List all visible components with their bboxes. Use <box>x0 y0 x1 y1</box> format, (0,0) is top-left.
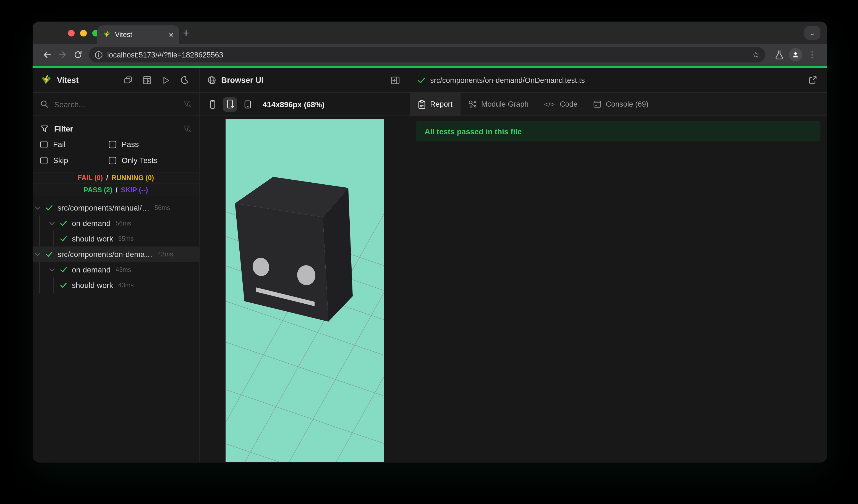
experiments-button[interactable] <box>770 46 787 63</box>
funnel-icon <box>41 125 49 133</box>
chevron-down-icon[interactable] <box>35 252 41 256</box>
browser-ui-title: Browser UI <box>221 76 264 84</box>
search-bar <box>33 93 199 116</box>
code-icon: </> <box>544 100 555 108</box>
address-bar[interactable]: localhost:5173/#/?file=1828625563 ☆ <box>89 47 765 63</box>
bookmark-star-icon[interactable]: ☆ <box>752 50 760 60</box>
chevron-down-icon[interactable] <box>49 221 55 225</box>
open-file-path[interactable]: src/components/on-demand/OnDemand.test.t… <box>430 76 585 84</box>
reload-button[interactable] <box>70 47 86 63</box>
open-external-button[interactable] <box>806 74 819 87</box>
device-tablet-button[interactable] <box>240 97 255 111</box>
test-file-name: src/components/on-dema… <box>58 250 153 259</box>
sidebar-header-actions <box>122 74 191 87</box>
checkbox-only-tests[interactable] <box>109 157 116 164</box>
app-title: Vitest <box>57 76 79 84</box>
theme-toggle-button[interactable] <box>178 74 191 87</box>
clear-filter-icon[interactable] <box>183 100 191 108</box>
test-render-viewport[interactable] <box>225 119 384 462</box>
test-file-row[interactable]: src/components/manual/… 56ms <box>33 200 199 215</box>
profile-button[interactable] <box>787 46 804 63</box>
filter-section: Filter Fail <box>33 116 199 172</box>
tab-close-icon[interactable]: × <box>169 30 174 39</box>
test-suite-name: on demand <box>72 219 111 228</box>
test-duration: 43ms <box>158 251 173 258</box>
filter-option-skip[interactable]: Skip <box>41 154 109 166</box>
test-duration: 55ms <box>118 235 133 242</box>
phone-plus-icon <box>226 99 234 109</box>
test-case-row[interactable]: should work 55ms <box>33 231 199 246</box>
back-button[interactable] <box>39 47 55 63</box>
back-arrow-icon <box>43 50 51 59</box>
search-input[interactable] <box>54 100 177 109</box>
filter-option-only-tests[interactable]: Only Tests <box>109 154 191 166</box>
tab-title: Vitest <box>115 31 164 38</box>
filter-options: Fail Pass Skip Only Tests <box>41 138 191 166</box>
chevron-down-icon[interactable] <box>35 206 41 210</box>
test-case-name: should work <box>72 281 113 290</box>
summary-row-fail-running: FAIL (0) / RUNNING (0) <box>33 173 199 184</box>
test-tree: src/components/manual/… 56ms on demand 5… <box>33 196 199 462</box>
chevron-down-icon[interactable] <box>49 268 55 272</box>
minimize-window-button[interactable] <box>80 30 87 36</box>
test-duration: 43ms <box>115 266 131 273</box>
filter-option-pass[interactable]: Pass <box>109 138 191 150</box>
test-suite-row[interactable]: on demand 56ms <box>33 215 199 231</box>
test-summary: FAIL (0) / RUNNING (0) PASS (2) / SKIP (… <box>33 172 199 196</box>
check-icon <box>46 251 52 257</box>
robot-cube <box>235 177 352 322</box>
dashboard-button[interactable] <box>140 74 154 87</box>
filter-option-fail[interactable]: Fail <box>41 138 109 150</box>
browser-ui-header: Browser UI <box>200 68 410 93</box>
windows-stack-icon <box>124 76 133 84</box>
browser-menu-button[interactable]: ⋮ <box>804 46 821 63</box>
titlebar: Vitest × + ⌄ <box>33 21 827 44</box>
search-icon <box>41 100 49 108</box>
run-all-button[interactable] <box>159 74 173 87</box>
test-case-row[interactable]: should work 43ms <box>33 277 199 293</box>
tab-code[interactable]: </> Code <box>536 93 585 115</box>
test-progress-bar <box>33 66 827 68</box>
module-graph-icon <box>468 100 477 109</box>
tab-report[interactable]: Report <box>410 93 460 115</box>
url-text[interactable]: localhost:5173/#/?file=1828625563 <box>107 51 748 59</box>
viewport-area <box>200 116 410 462</box>
site-info-icon[interactable] <box>95 51 103 59</box>
tab-module-graph[interactable]: Module Graph <box>460 93 536 115</box>
external-link-icon <box>808 76 817 84</box>
test-suite-row[interactable]: on demand 43ms <box>33 262 199 277</box>
ui-windows-button[interactable] <box>122 74 135 87</box>
globe-icon <box>207 76 216 84</box>
device-phone-plus-button[interactable] <box>223 97 237 111</box>
forward-button[interactable] <box>55 47 70 63</box>
checkbox-skip[interactable] <box>41 157 48 164</box>
filter-header: Filter <box>41 121 191 136</box>
device-phone-small-button[interactable] <box>205 97 220 111</box>
play-icon <box>162 76 170 84</box>
test-file-name: src/components/manual/… <box>58 204 149 212</box>
summary-separator: / <box>115 186 117 194</box>
vitest-logo-icon <box>41 74 52 86</box>
report-content: All tests passed in this file <box>410 116 827 462</box>
tab-label: Report <box>430 100 452 108</box>
panel-right-icon <box>391 76 400 84</box>
browser-tab[interactable]: Vitest × <box>97 26 179 44</box>
tab-label: Module Graph <box>481 100 528 108</box>
device-toolbar: 414x896px (68%) <box>200 93 410 116</box>
dock-panel-button[interactable] <box>388 74 402 87</box>
tab-label: Code <box>560 100 578 108</box>
tab-search-button[interactable]: ⌄ <box>804 26 821 40</box>
tab-console[interactable]: Console (69) <box>585 93 656 115</box>
chevron-down-icon: ⌄ <box>809 29 815 37</box>
filter-title: Filter <box>54 124 73 133</box>
clear-filter-icon[interactable] <box>183 125 191 133</box>
result-tabs: Report Module Graph </> <box>410 93 827 116</box>
checkbox-label: Pass <box>122 140 139 149</box>
new-tab-button[interactable]: + <box>183 27 189 39</box>
close-window-button[interactable] <box>68 30 75 36</box>
checkbox-fail[interactable] <box>41 141 48 148</box>
check-icon <box>60 267 67 273</box>
checkbox-pass[interactable] <box>109 141 116 148</box>
browser-ui-panel: Browser UI <box>200 68 410 462</box>
test-file-row[interactable]: src/components/on-dema… 43ms <box>33 246 199 262</box>
